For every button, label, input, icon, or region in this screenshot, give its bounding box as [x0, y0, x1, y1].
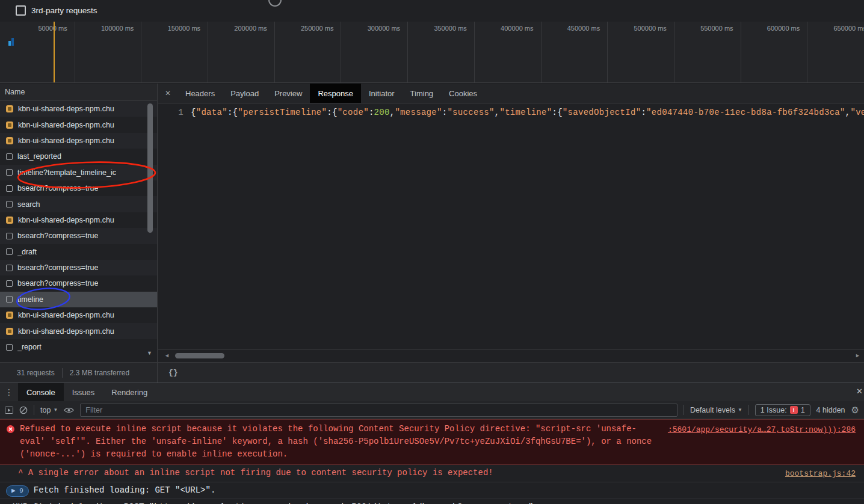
tab-timing[interactable]: Timing: [403, 84, 442, 103]
json-string-token: "timeline": [499, 108, 552, 117]
close-detail-icon[interactable]: ✕: [158, 84, 177, 103]
request-name: kbn-ui-shared-deps-npm.chu: [18, 105, 114, 113]
console-settings-gear-icon[interactable]: ⚙: [851, 405, 859, 416]
network-request-row[interactable]: timeline: [0, 292, 157, 307]
overview-time-label: 100000 ms: [75, 22, 142, 82]
tab-cookies[interactable]: Cookies: [441, 84, 485, 103]
network-request-row[interactable]: kbn-ui-shared-deps-npm.chu: [0, 101, 157, 117]
name-column-header[interactable]: Name: [0, 84, 157, 101]
console-toolbar: top ▼ Default levels ▼ 1 Issue: ! 1 4 hi…: [0, 401, 864, 419]
vertical-scrollbar-thumb[interactable]: [147, 103, 153, 233]
network-request-row[interactable]: timeline?template_timeline_ic: [0, 165, 157, 180]
network-request-row[interactable]: _report: [0, 339, 157, 355]
line-number: 1: [158, 108, 191, 117]
drawer-tab-console[interactable]: Console: [18, 383, 64, 401]
response-line: 1 {"data":{"persistTimeline":{"code":200…: [158, 103, 864, 117]
network-request-row[interactable]: bsearch?compress=true: [0, 228, 157, 244]
network-request-row[interactable]: kbn-ui-shared-deps-npm.chu: [0, 323, 157, 339]
console-message-log: ▶XHR finished loading: POST "https://soc…: [0, 499, 864, 504]
horizontal-scrollbar[interactable]: ◄ ►: [158, 349, 864, 362]
request-detail-panel: ✕ HeadersPayloadPreviewResponseInitiator…: [158, 84, 864, 362]
document-file-icon: [6, 296, 13, 303]
tab-initiator[interactable]: Initiator: [361, 84, 403, 103]
overview-time-label: 650000 ms: [807, 22, 864, 82]
response-viewer[interactable]: 1 {"data":{"persistTimeline":{"code":200…: [158, 103, 864, 330]
console-drawer: ⋮ ConsoleIssuesRendering top ▼ Default l…: [0, 383, 864, 504]
error-icon: [6, 425, 15, 438]
tab-preview[interactable]: Preview: [267, 84, 310, 103]
overview-time-label: 450000 ms: [542, 22, 608, 82]
network-request-row[interactable]: kbn-ui-shared-deps-npm.chu: [0, 117, 157, 132]
document-file-icon: [6, 344, 13, 351]
network-request-row[interactable]: bsearch?compress=true: [0, 180, 157, 196]
network-overview-timeline[interactable]: 50000 ms100000 ms150000 ms200000 ms25000…: [0, 22, 864, 83]
network-request-row[interactable]: search: [0, 196, 157, 212]
console-source-link[interactable]: VM6:1: [832, 501, 856, 504]
overview-time-label: 150000 ms: [141, 22, 208, 82]
scroll-right-arrow-icon[interactable]: ►: [855, 352, 860, 358]
overview-time-label: 550000 ms: [674, 22, 741, 82]
script-file-icon: [6, 137, 13, 144]
network-request-row[interactable]: kbn-ui-shared-deps-npm.chu: [0, 307, 157, 323]
live-expression-eye-icon[interactable]: [64, 407, 74, 414]
scroll-left-arrow-icon[interactable]: ◄: [164, 352, 170, 358]
network-request-row[interactable]: bsearch?compress=true: [0, 260, 157, 275]
script-file-icon: [6, 105, 13, 112]
request-name: timeline: [17, 295, 43, 304]
tab-response[interactable]: Response: [310, 84, 361, 103]
close-drawer-icon[interactable]: ✕: [856, 387, 863, 396]
third-party-requests-checkbox-row[interactable]: 3rd-party requests: [16, 5, 97, 16]
scroll-down-arrow-icon[interactable]: ▼: [147, 350, 152, 356]
horizontal-scrollbar-thumb[interactable]: [175, 353, 224, 358]
console-source-link[interactable]: bootstrap.js:42: [785, 467, 856, 480]
response-json-content: {"data":{"persistTimeline":{"code":200,"…: [191, 108, 864, 117]
overview-time-label: 400000 ms: [475, 22, 542, 82]
default-levels-dropdown[interactable]: Default levels ▼: [690, 406, 742, 414]
group-expand-badge[interactable]: ▶ 9: [6, 485, 29, 497]
document-file-icon: [6, 153, 13, 160]
request-name: bsearch?compress=true: [17, 232, 98, 240]
network-request-row[interactable]: bsearch?compress=true: [0, 275, 157, 291]
checkbox-icon[interactable]: [16, 5, 26, 16]
issues-counter-button[interactable]: 1 Issue: ! 1: [755, 404, 810, 416]
request-count: 31 requests: [0, 369, 55, 377]
network-request-row[interactable]: _draft: [0, 244, 157, 260]
json-string-token: "savedObjectId": [563, 108, 641, 117]
tab-payload[interactable]: Payload: [223, 84, 267, 103]
script-file-icon: [6, 121, 13, 129]
divider: [34, 405, 34, 415]
overview-time-label: 300000 ms: [341, 22, 408, 82]
clear-console-icon[interactable]: [19, 406, 28, 414]
json-punct-token: :{: [327, 108, 337, 117]
script-file-icon: [6, 217, 13, 224]
console-source-link[interactable]: :5601/app/security/a…27,toStr:now))):286: [668, 423, 856, 436]
network-request-row[interactable]: last_reported: [0, 149, 157, 164]
network-request-row[interactable]: kbn-ui-shared-deps-npm.chu: [0, 212, 157, 228]
console-sidebar-icon[interactable]: [5, 407, 13, 414]
network-request-row[interactable]: kbn-ui-shared-deps-npm.chu: [0, 133, 157, 149]
pretty-print-icon[interactable]: {}: [158, 368, 178, 377]
tab-headers[interactable]: Headers: [177, 84, 223, 103]
overview-time-label: 50000 ms: [8, 22, 75, 82]
json-punct-token: :: [369, 108, 374, 117]
console-message-text: ^ A single error about an inline script …: [18, 467, 785, 479]
overview-time-label: 250000 ms: [275, 22, 342, 82]
request-name: kbn-ui-shared-deps-npm.chu: [18, 311, 114, 319]
document-file-icon: [6, 265, 13, 271]
drawer-tab-issues[interactable]: Issues: [64, 383, 103, 401]
console-filter-input[interactable]: [80, 404, 677, 417]
request-name: kbn-ui-shared-deps-npm.chu: [18, 216, 114, 224]
frame-selector[interactable]: top ▼: [40, 406, 58, 414]
console-message-text: Fetch finished loading: GET "<URL>".: [34, 484, 856, 497]
drawer-menu-icon[interactable]: ⋮: [0, 383, 18, 401]
json-punct-token: :{: [552, 108, 562, 117]
transferred-size: 2.3 MB transferred: [70, 369, 129, 377]
overview-time-label: 200000 ms: [208, 22, 275, 82]
drawer-tab-rendering[interactable]: Rendering: [103, 383, 156, 401]
request-name: _report: [17, 343, 42, 351]
overview-activity-icon: [8, 37, 14, 46]
console-message-text: XHR finished loading: POST "https://soc-…: [13, 501, 832, 504]
chevron-down-icon: ▼: [53, 407, 58, 413]
request-name: search: [17, 200, 40, 209]
document-file-icon: [6, 185, 13, 192]
